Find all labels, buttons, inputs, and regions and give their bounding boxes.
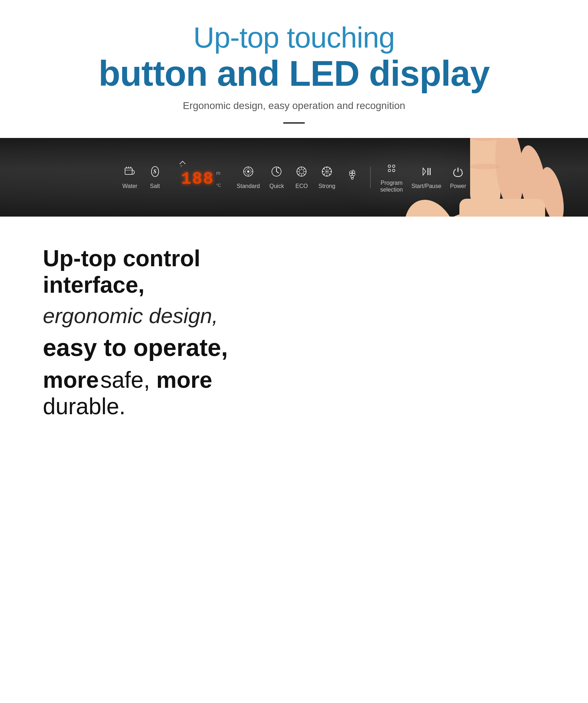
salt-icon: S xyxy=(149,165,161,180)
startpause-icon xyxy=(420,165,433,180)
water-label: Water xyxy=(123,183,138,189)
svg-line-27 xyxy=(324,174,325,175)
svg-line-25 xyxy=(329,174,330,175)
text-line-3: easy to operate, xyxy=(43,333,293,361)
svg-line-15 xyxy=(303,168,305,170)
title-bold: button and LED display xyxy=(36,54,552,93)
program-icon xyxy=(385,162,398,177)
line4-safe: safe, xyxy=(100,367,156,393)
control-standard[interactable]: Standard xyxy=(233,165,264,189)
svg-point-19 xyxy=(326,171,328,172)
line4-more1: more xyxy=(43,367,99,393)
quick-icon xyxy=(270,165,283,180)
line4-durable: durable. xyxy=(43,393,125,419)
control-power[interactable]: Power xyxy=(445,165,470,189)
title-light: Up-top touching xyxy=(36,21,552,54)
svg-line-24 xyxy=(324,168,325,169)
water-icon xyxy=(124,165,136,180)
line4-more2: more xyxy=(156,367,212,393)
panel-divider xyxy=(370,167,371,188)
program-label: Programselection xyxy=(380,179,403,193)
control-panel: Water S Salt xyxy=(0,138,588,217)
line1-text: Up-top control interface, xyxy=(43,246,200,298)
control-program[interactable]: Programselection xyxy=(376,162,407,193)
power-label: Power xyxy=(450,183,466,189)
salt-label: Salt xyxy=(150,183,160,189)
header-section: Up-top touching button and LED display E… xyxy=(0,0,588,138)
controls-left: Water S Salt xyxy=(118,165,233,189)
svg-point-5 xyxy=(247,170,249,173)
line3-text: easy to operate, xyxy=(43,334,228,361)
text-line-1: Up-top control interface, xyxy=(43,245,293,298)
svg-line-14 xyxy=(303,173,305,175)
control-eco[interactable]: ECO xyxy=(289,165,314,189)
strong-icon xyxy=(320,165,333,180)
control-strong[interactable]: Strong xyxy=(314,165,339,189)
control-quick[interactable]: Quick xyxy=(264,165,289,189)
svg-text:S: S xyxy=(153,168,156,174)
svg-point-8 xyxy=(299,169,304,174)
svg-marker-38 xyxy=(423,168,426,175)
svg-point-41 xyxy=(424,209,552,217)
svg-line-16 xyxy=(298,173,300,175)
standard-label: Standard xyxy=(237,183,260,189)
svg-line-13 xyxy=(298,168,300,170)
grape-icon xyxy=(346,169,359,183)
control-salt[interactable]: S Salt xyxy=(143,165,168,189)
content-wrapper: Up-top control interface, ergonomic desi… xyxy=(43,245,545,420)
text-line-2: ergonomic design, xyxy=(43,303,293,328)
svg-rect-48 xyxy=(459,199,545,217)
eco-label: ECO xyxy=(295,183,308,189)
svg-point-36 xyxy=(388,169,391,172)
svg-point-37 xyxy=(393,169,395,172)
strong-label: Strong xyxy=(318,183,335,189)
svg-point-42 xyxy=(395,192,467,217)
svg-point-33 xyxy=(351,177,353,179)
svg-rect-0 xyxy=(125,168,132,174)
power-icon xyxy=(452,165,464,180)
svg-text:▽: ▽ xyxy=(180,165,183,167)
line2-text: ergonomic design, xyxy=(43,304,218,328)
divider xyxy=(283,122,305,124)
svg-point-35 xyxy=(393,165,395,167)
content-section: Up-top control interface, ergonomic desi… xyxy=(0,217,588,538)
control-startpause[interactable]: Start/Pause xyxy=(407,165,446,189)
content-text: Up-top control interface, ergonomic desi… xyxy=(43,245,293,420)
svg-point-49 xyxy=(471,138,499,141)
svg-point-34 xyxy=(388,165,391,167)
subtitle: Ergonomic design, easy operation and rec… xyxy=(36,100,552,112)
standard-icon xyxy=(242,165,255,180)
led-display: ▽ 188 m °C xyxy=(168,167,233,188)
control-grape[interactable] xyxy=(340,169,365,186)
text-line-4: more safe, more durable. xyxy=(43,367,293,420)
panel-inner: Water S Salt xyxy=(0,162,588,193)
startpause-label: Start/Pause xyxy=(412,183,442,189)
control-water[interactable]: Water xyxy=(118,165,143,189)
led-display-inner: ▽ 188 m °C xyxy=(179,167,221,188)
quick-label: Quick xyxy=(269,183,284,189)
svg-line-26 xyxy=(329,168,330,169)
eco-icon xyxy=(295,165,308,180)
led-digits: 188 xyxy=(181,170,214,188)
